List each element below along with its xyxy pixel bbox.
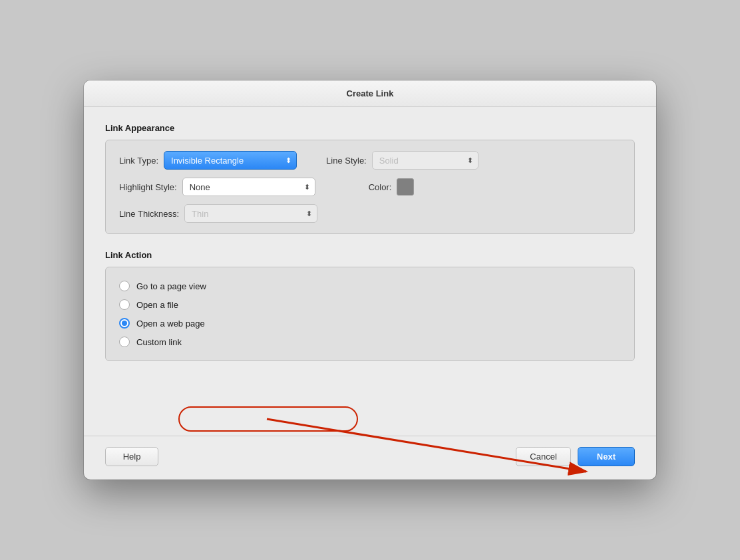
link-type-select[interactable]: Visible Rectangle Invisible Rectangle bbox=[164, 151, 297, 170]
radio-open-file-circle bbox=[119, 299, 130, 310]
line-thickness-label: Line Thickness: bbox=[119, 209, 179, 219]
dialog-titlebar: Create Link bbox=[84, 80, 656, 107]
radio-open-web-circle bbox=[119, 318, 130, 329]
dialog-title: Create Link bbox=[347, 88, 394, 98]
dialog-footer: Help Cancel Next bbox=[84, 436, 656, 480]
radio-go-to-page-label: Go to a page view bbox=[136, 281, 206, 291]
radio-group: Go to a page view Open a file Open a web… bbox=[119, 278, 621, 350]
link-action-label: Link Action bbox=[105, 250, 635, 260]
help-button[interactable]: Help bbox=[105, 447, 158, 466]
highlight-style-select-wrapper: None Invert Outline Push ⬍ bbox=[182, 178, 315, 196]
color-swatch[interactable] bbox=[397, 178, 414, 196]
radio-go-to-page-circle bbox=[119, 281, 130, 291]
link-type-label: Link Type: bbox=[119, 156, 158, 166]
radio-open-file-label: Open a file bbox=[136, 300, 178, 310]
radio-open-file[interactable]: Open a file bbox=[119, 299, 621, 310]
highlight-style-select[interactable]: None Invert Outline Push bbox=[182, 178, 315, 196]
dialog-body: Link Appearance Link Type: Visible Recta… bbox=[84, 107, 656, 436]
line-style-select[interactable]: Solid Dashed Underline bbox=[372, 151, 478, 170]
radio-custom-link[interactable]: Custom link bbox=[119, 337, 621, 347]
radio-open-web-label: Open a web page bbox=[136, 319, 205, 329]
line-style-label: Line Style: bbox=[326, 156, 367, 166]
link-action-section: Link Action Go to a page view Open a fil… bbox=[105, 250, 635, 361]
next-button[interactable]: Next bbox=[578, 447, 635, 466]
link-appearance-box: Link Type: Visible Rectangle Invisible R… bbox=[105, 140, 635, 234]
color-label: Color: bbox=[369, 182, 392, 192]
line-thickness-select[interactable]: Thin Medium Thick bbox=[184, 204, 317, 223]
link-appearance-section: Link Appearance Link Type: Visible Recta… bbox=[105, 123, 635, 234]
radio-custom-link-circle bbox=[119, 337, 130, 347]
line-thickness-select-wrapper: Thin Medium Thick ⬍ bbox=[184, 204, 317, 223]
link-appearance-label: Link Appearance bbox=[105, 123, 635, 133]
radio-go-to-page[interactable]: Go to a page view bbox=[119, 281, 621, 291]
highlight-style-label: Highlight Style: bbox=[119, 182, 177, 192]
link-action-box: Go to a page view Open a file Open a web… bbox=[105, 267, 635, 361]
create-link-dialog: Create Link Link Appearance Link Type: V… bbox=[84, 80, 656, 480]
footer-right-buttons: Cancel Next bbox=[516, 447, 635, 466]
line-style-select-wrapper: Solid Dashed Underline ⬍ bbox=[372, 151, 478, 170]
radio-open-web[interactable]: Open a web page bbox=[119, 318, 621, 329]
cancel-button[interactable]: Cancel bbox=[516, 447, 570, 466]
radio-custom-link-label: Custom link bbox=[136, 337, 182, 347]
link-type-select-wrapper: Visible Rectangle Invisible Rectangle ⬍ bbox=[164, 151, 297, 170]
